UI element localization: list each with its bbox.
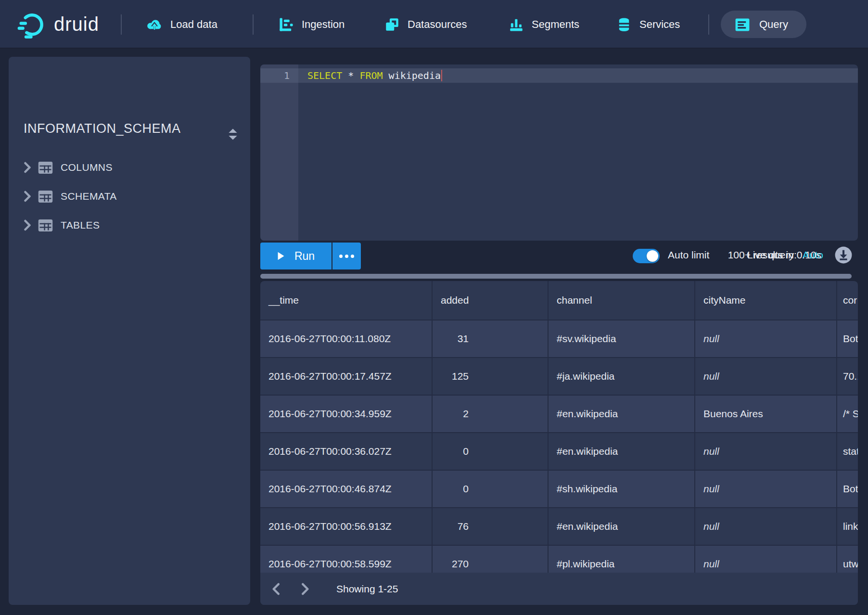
nav-item-datasources[interactable]: Datasources [384,0,467,49]
chevron-right-icon[interactable] [24,162,38,173]
table-row: 2016-06-27T00:00:11.080Z31#sv.wikipedian… [260,320,858,357]
sidebar-item-label: SCHEMATA [61,191,117,202]
sidebar-item-label: COLUMNS [61,162,113,173]
results-summary: 100+ results in 0.10s [728,249,821,261]
cell-__time: 2016-06-27T00:00:58.599Z [260,546,433,573]
nav-item-ingestion[interactable]: Ingestion [278,0,345,49]
column-header-added[interactable]: added [433,281,549,320]
table-row: 2016-06-27T00:00:34.959Z2#en.wikipediaBu… [260,395,858,432]
nav-item-load-data[interactable]: Load data [146,0,217,49]
cell-__time: 2016-06-27T00:00:11.080Z [260,320,433,357]
sidebar-item-columns[interactable]: COLUMNS [9,153,250,182]
cloud-upload-icon [146,16,163,33]
cell-added: 2 [433,396,549,432]
run-button[interactable]: Run [260,243,332,269]
nav-divider [121,14,122,35]
sql-editor[interactable]: 1 SELECT * FROM wikipedia [260,64,858,241]
chevron-right-icon[interactable] [24,219,38,231]
run-more-options-button[interactable] [332,243,361,269]
table-row: 2016-06-27T00:00:36.027Z0#en.wikipedianu… [260,432,858,470]
datasources-icon [384,16,400,33]
cell-cityName: null [695,433,837,470]
editor-gutter [260,64,298,241]
auto-limit-label: Auto limit [668,249,709,261]
cell-cor: Bot [837,471,858,507]
schema-tree: COLUMNS SCHEMATA [9,153,250,240]
cell-cor: 70.1 [837,358,858,395]
column-header-channel[interactable]: channel [549,281,695,320]
nav-item-label: Ingestion [302,18,345,31]
cell-__time: 2016-06-27T00:00:36.027Z [260,433,433,470]
sql-star: * [348,70,354,81]
brand-wordmark[interactable]: druid [54,0,99,49]
run-button-label: Run [294,250,315,263]
nav-item-label: Segments [532,18,579,31]
cell-channel: #pl.wikipedia [549,546,695,573]
play-icon [277,252,285,260]
table-row: 2016-06-27T00:00:58.599Z270#pl.wikipedia… [260,545,858,573]
top-navbar: druid Load data [0,0,868,49]
column-header-comment[interactable]: cor [837,281,858,320]
cell-cityName: null [695,358,837,395]
cell-cityName: null [695,320,837,357]
results-header-row: __time added channel cityName cor [260,281,858,320]
sql-identifier: wikipedia [383,70,441,81]
cell-cityName: null [695,471,837,507]
cell-added: 0 [433,471,549,507]
cell-__time: 2016-06-27T00:00:17.457Z [260,358,433,395]
sidebar-item-schemata[interactable]: SCHEMATA [9,182,250,211]
schema-sidebar-panel: INFORMATION_SCHEMA [9,57,250,605]
nav-item-services[interactable]: Services [616,0,680,49]
services-icon [616,16,632,33]
cell-channel: #en.wikipedia [549,508,695,545]
double-caret-vertical-icon[interactable] [227,128,239,141]
cell-cor: /* Se [837,396,858,432]
column-header-cityname[interactable]: cityName [695,281,837,320]
cell-added: 31 [433,320,549,357]
nav-divider [708,14,709,35]
cell-added: 0 [433,433,549,470]
previous-page-icon[interactable] [270,583,281,595]
nav-item-label: Services [639,18,680,31]
cell-__time: 2016-06-27T00:00:46.874Z [260,471,433,507]
cell-channel: #ja.wikipedia [549,358,695,395]
results-table-panel: __time added channel cityName cor 2016-0… [260,281,858,605]
cell-cityName: Buenos Aires [695,396,837,432]
nav-item-segments[interactable]: Segments [508,0,579,49]
nav-item-label: Query [759,18,788,31]
cell-added: 125 [433,358,549,395]
editor-line-number: 1 [260,68,298,83]
pagination-bar: Showing 1-25 [260,573,858,605]
column-header-time[interactable]: __time [260,281,433,320]
results-rows: 2016-06-27T00:00:11.080Z31#sv.wikipedian… [260,320,858,573]
table-icon [38,161,61,174]
download-icon[interactable] [834,246,853,264]
sidebar-item-label: TABLES [61,219,100,231]
chevron-right-icon[interactable] [24,191,38,202]
druid-logo-icon[interactable] [17,0,47,49]
toggle-knob [647,250,658,262]
text-cursor [441,70,442,81]
cell-added: 76 [433,508,549,545]
results-horizontal-scrollbar[interactable] [260,274,852,279]
auto-limit-toggle[interactable] [633,249,660,263]
table-icon [38,190,61,203]
sql-code-line[interactable]: SELECT * FROM wikipedia [307,68,442,83]
cell-channel: #en.wikipedia [549,396,695,432]
console-icon [734,16,751,33]
cell-cor: link [837,508,858,545]
nav-item-label: Datasources [408,18,467,31]
query-toolbar: Run Auto limit Live query:Auto 100+ resu… [260,241,858,271]
cell-__time: 2016-06-27T00:00:34.959Z [260,396,433,432]
druid-console-app: druid Load data [0,0,868,615]
next-page-icon[interactable] [300,583,311,595]
sidebar-item-tables[interactable]: TABLES [9,211,250,240]
cell-cor: Bot [837,320,858,357]
nav-item-query-active[interactable]: Query [721,11,806,38]
sql-keyword-select: SELECT [307,70,342,81]
cell-cor: statu [837,433,858,470]
more-ellipsis-icon [339,255,343,258]
table-row: 2016-06-27T00:00:46.874Z0#sh.wikipedianu… [260,470,858,507]
segments-icon [508,16,524,33]
cell-added: 270 [433,546,549,573]
